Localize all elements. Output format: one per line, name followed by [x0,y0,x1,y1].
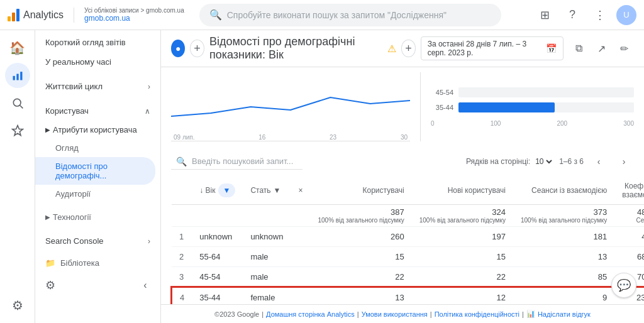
nav-explore-icon[interactable] [5,90,30,116]
pagination-text: 1–6 з 6 [559,157,584,166]
overview-label: Короткий огляд звітів [45,38,126,47]
total-new-users-pct: 100% від загального підсумку [419,217,506,224]
sidebar-item-attr-overview[interactable]: Огляд [35,139,160,157]
table-area: 🔍 Рядків на сторінці: 10 25 50 1–6 з 6 ‹ [161,146,644,304]
search-bar[interactable]: 🔍 [199,4,501,26]
date-range-selector[interactable]: За останні 28 днів 7 лип. – 3 серп. 2023… [421,36,564,60]
cell-num: 4 [172,287,192,304]
col-sessions[interactable]: Сеанси із взаємодією [513,177,614,205]
grid-icon-button[interactable]: ⊞ [533,4,556,26]
chart-area: 09 лип. 16 23 30 45-54 [161,67,644,146]
cell-new-users: 12 [412,287,513,304]
bar-row-3544: 35-44 [431,102,634,112]
col-filter-remove[interactable]: × [291,177,310,205]
col-num [172,177,192,205]
table-controls: 🔍 Рядків на сторінці: 10 25 50 1–6 з 6 ‹ [171,146,634,177]
next-page-button[interactable]: › [614,151,634,172]
sidebar-user-attributes-toggle[interactable]: ▶ Атрибути користувача [35,121,160,139]
table-search-box[interactable]: 🔍 [171,154,303,170]
bar-fill-3544 [458,102,555,112]
sidebar-item-audiences[interactable]: Аудиторії [35,185,160,203]
bar-track-4554 [458,87,634,97]
more-actions-icon-button[interactable]: ✏ [614,38,634,58]
cell-filter [291,247,310,267]
main-layout: 🏠 ⚙ Короткий огляд звітів У реальному ча… [0,30,644,323]
more-icon-button[interactable]: ⋮ [589,4,611,26]
chart-label-1: 09 лип. [174,134,195,141]
col-users[interactable]: Користувачі [310,177,411,205]
help-icon-button[interactable]: ? [561,4,584,26]
col-new-users[interactable]: Нові користувачі [412,177,513,205]
account-info[interactable]: Усі облікові записи > gmob.com.ua gmob.c… [84,7,184,23]
cell-gender: female [243,287,291,304]
lifecycle-label: Життєвий цикл [45,82,103,91]
cell-num: 3 [172,267,192,288]
avatar[interactable]: U [616,5,636,25]
table-row: 4 35-44 female 13 12 9 23,08 [172,287,644,304]
svg-rect-0 [13,76,14,80]
export-icon-button[interactable]: ↗ [591,38,611,58]
search-console-chevron-icon: › [148,237,150,246]
sidebar-item-demographics[interactable]: Відомості про демографіч... [35,157,155,185]
sidebar-user-toggle[interactable]: Користувач ∧ [35,101,160,121]
sidebar-item-realtime[interactable]: У реальному часі [35,52,155,72]
table-search-input[interactable] [192,156,297,166]
svg-marker-5 [12,126,23,136]
sidebar-library[interactable]: 📁 Бібліотека [35,253,160,273]
account-name: gmob.com.ua [84,14,184,23]
nav-configure-icon[interactable]: ⚙ [5,293,30,318]
col-coeff[interactable]: Коефіці...взаємод... [614,177,644,205]
sidebar-collapse-button[interactable]: ‹ [135,275,155,295]
chat-bubble-button[interactable]: 💬 [611,273,636,298]
bar-label-3544: 35-44 [431,104,453,111]
bar-label-4554: 45-54 [431,89,453,96]
rows-per-page-select[interactable]: 10 25 50 [533,156,554,167]
lifecycle-chevron-icon: › [148,82,150,91]
prev-page-button[interactable]: ‹ [589,151,609,172]
col-gender[interactable]: Стать ▼ [243,177,291,205]
nav-advertising-icon[interactable] [5,118,30,143]
footer-link-feedback[interactable]: Надіслати відгук [538,310,591,318]
share-report-icon-button[interactable]: ⧉ [569,38,589,58]
sidebar-lifecycle-toggle[interactable]: Життєвий цикл › [35,77,160,96]
sidebar-settings-icon[interactable]: ⚙ [40,275,60,295]
pagination-controls: Рядків на сторінці: 10 25 50 1–6 з 6 ‹ › [466,151,634,172]
total-new-users: 324 [419,207,506,217]
cell-age: unknown [192,227,243,247]
cell-users: 15 [310,247,411,267]
add-section-button[interactable]: + [401,40,415,57]
add-comparison-button[interactable]: + [190,40,204,57]
bar-row-4554: 45-54 [431,87,634,97]
page-title: Відомості про демографічні показники: Ві… [209,35,416,62]
age-filter-chip[interactable]: ▼ [218,183,236,197]
footer-link-terms[interactable]: Умови використання [362,310,428,318]
search-input[interactable] [227,10,491,20]
nav-home-icon[interactable]: 🏠 [5,35,30,60]
chart-label-4: 30 [401,134,408,141]
svg-point-3 [13,99,21,106]
footer-link-privacy[interactable]: Політика конфіденційності [435,310,519,318]
blue-dot-button[interactable]: ● [171,40,185,57]
cell-filter [291,287,310,304]
nav-reports-icon[interactable] [5,63,30,88]
sidebar-item-technology[interactable]: ▶ Технології [35,208,160,226]
cell-gender: unknown [243,227,291,247]
cell-new-users: 15 [412,247,513,267]
cell-sessions: 85 [513,267,614,288]
cell-num: 2 [172,247,192,267]
sidebar-search-console-toggle[interactable]: Search Console › [35,231,160,251]
settings-row: ⚙ ‹ [35,273,160,298]
footer-link-analytics[interactable]: Домашня сторінка Analytics [266,310,355,318]
sidebar-section-overview: Короткий огляд звітів У реальному часі [35,30,160,74]
triangle-icon: ▶ [45,126,50,133]
user-label: Користувач [45,106,89,116]
user-chevron-icon: ∧ [145,107,150,116]
sidebar-item-overview[interactable]: Короткий огляд звітів [35,33,155,52]
user-attributes-label: Атрибути користувача [53,125,137,134]
cell-gender: male [243,267,291,288]
col-age[interactable]: ↓ Вік ▼ [192,177,243,205]
table-row: 2 55-64 male 15 15 13 68,42 [172,247,644,267]
chat-icon: 💬 [617,278,631,292]
account-info-line1: Усі облікові записи > gmob.com.ua [84,7,184,14]
chart-label-2: 16 [258,134,265,141]
